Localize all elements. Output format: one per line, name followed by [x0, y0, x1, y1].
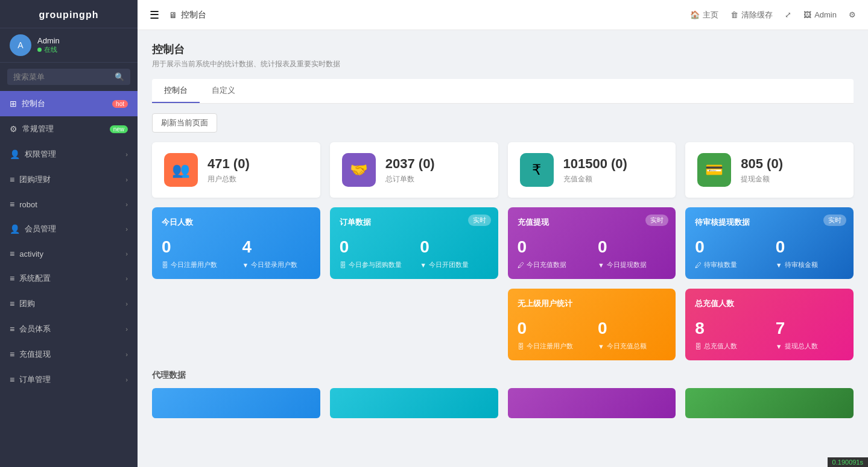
panel-title: 充值提现	[518, 217, 667, 228]
total-recharge-desc: 🗄 总充值人数	[695, 342, 763, 351]
withdraw-data-icon: ▼	[598, 262, 604, 269]
panel-title: 总充值人数	[695, 298, 844, 309]
search-input[interactable]	[13, 72, 111, 81]
search-icon: 🔍	[115, 72, 124, 81]
sidebar-item-groupbuy[interactable]: ≡ 团购 ›	[0, 291, 138, 316]
sidebar-item-sysconfig[interactable]: ≡ 系统配置 ›	[0, 266, 138, 291]
sidebar-item-robot[interactable]: ≡ robot ›	[0, 192, 138, 216]
sidebar-item-label: 常规管理	[22, 124, 54, 134]
sidebar-item-label: 充值提现	[19, 349, 51, 360]
sysconfig-icon: ≡	[10, 274, 14, 283]
refresh-button[interactable]: 刷新当前页面	[152, 113, 217, 133]
stat-card-withdraw: 💳 805 (0) 提现金额	[685, 142, 854, 198]
chevron-right-icon: ›	[125, 151, 128, 158]
panel-order-data: 订单数据 实时 0 🗄 今日参与团购数量 0 ▼ 今日开团数	[330, 207, 498, 279]
clear-cache-label: 清除缓存	[741, 10, 773, 20]
stat-cards-row: 👥 471 (0) 用户总数 🤝 2037 (0) 总订单数 ₹ 101500 …	[152, 142, 854, 198]
menu-toggle-button[interactable]: ☰	[150, 8, 159, 22]
open-num: 0	[420, 237, 488, 257]
sidebar-item-groupbuy-finance[interactable]: ≡ 团购理财 ›	[0, 167, 138, 192]
home-icon: 🏠	[690, 10, 700, 19]
sidebar-item-permission[interactable]: 👤 权限管理 ›	[0, 142, 138, 167]
panel-title: 无上级用户统计	[518, 298, 667, 309]
sidebar-item-orders[interactable]: ≡ 订单管理 ›	[0, 367, 138, 392]
orders-icon: 🤝	[342, 153, 376, 187]
chevron-right-icon: ›	[125, 176, 128, 183]
panel-value-withdraw-data: 0 ▼ 今日提现数据	[598, 237, 666, 269]
agent-bar-1	[152, 388, 320, 418]
panel-value-registered: 0 🗄 今日注册用户数	[162, 237, 230, 269]
panel-no-superior: 无上级用户统计 0 🗄 今日注册用户数 0 ▼ 今日充值总额	[508, 289, 676, 360]
pending-amount-num: 0	[776, 237, 844, 257]
tab-bar: 控制台 自定义	[152, 79, 854, 104]
no-sup-reg-num: 0	[518, 319, 586, 338]
tab-custom[interactable]: 自定义	[200, 79, 247, 103]
settings-button[interactable]: ⚙	[849, 10, 856, 19]
open-desc: ▼ 今日开团数量	[420, 260, 488, 269]
no-sup-reg-icon: 🗄	[518, 343, 524, 350]
withdraw-data-desc: ▼ 今日提现数据	[598, 260, 666, 269]
realtime-badge: 实时	[823, 215, 846, 226]
withdraw-label: 提现金额	[741, 174, 783, 184]
user-status: 在线	[37, 45, 60, 54]
sidebar-item-recharge[interactable]: ≡ 充值提现 ›	[0, 342, 138, 367]
chevron-right-icon: ›	[125, 376, 128, 383]
users-value: 471 (0)	[207, 156, 250, 172]
sidebar-item-label: 团购	[19, 298, 35, 309]
withdraw-value: 805 (0)	[741, 156, 783, 172]
panel-value-pending-count: 0 🖊 待审核数量	[695, 237, 763, 269]
fullscreen-icon: ⤢	[785, 10, 791, 19]
sidebar-item-member-system[interactable]: ≡ 会员体系 ›	[0, 316, 138, 342]
member-icon: 👤	[10, 224, 20, 234]
avatar: A	[10, 34, 31, 56]
topbar-page-title: 控制台	[181, 10, 206, 20]
page-title: 控制台	[152, 42, 854, 57]
member-system-icon: ≡	[10, 324, 14, 334]
panel-recharge-withdraw: 充值提现 实时 0 🖊 今日充值数据 0 ▼ 今日提现数据	[508, 207, 676, 279]
panel-value-recharge-data: 0 🖊 今日充值数据	[518, 237, 586, 269]
registered-icon: 🗄	[162, 262, 168, 269]
join-desc: 🗄 今日参与团购数量	[340, 260, 408, 269]
withdraw-icon: 💳	[697, 153, 731, 187]
tab-dashboard[interactable]: 控制台	[152, 79, 200, 103]
total-withdraw-num: 7	[776, 319, 844, 338]
total-recharge-num: 8	[695, 319, 763, 338]
panel-title: 待审核提现数据	[695, 217, 844, 228]
orders-label: 总订单数	[385, 174, 435, 184]
fullscreen-button[interactable]: ⤢	[785, 10, 791, 19]
recharge-icon: ₹	[520, 153, 554, 187]
chevron-right-icon: ›	[125, 325, 128, 333]
join-icon: 🗄	[340, 262, 346, 269]
sidebar-item-dashboard[interactable]: ⊞ 控制台 hot	[0, 91, 138, 116]
sidebar-item-activity[interactable]: ≡ activity ›	[0, 242, 138, 266]
clear-cache-button[interactable]: 🗑 清除缓存	[730, 10, 773, 20]
agent-bottom-bars	[152, 388, 854, 418]
home-button[interactable]: 🏠 主页	[690, 10, 718, 20]
new-badge: new	[110, 125, 128, 133]
panel-title: 订单数据	[340, 217, 489, 228]
login-num: 4	[242, 237, 310, 257]
realtime-badge: 实时	[468, 215, 491, 226]
panel-value-open: 0 ▼ 今日开团数量	[420, 237, 488, 269]
admin-label: Admin	[814, 10, 837, 19]
sidebar-item-label: robot	[19, 200, 37, 209]
agent-bar-3	[508, 388, 676, 418]
admin-menu[interactable]: 🖼 Admin	[803, 10, 837, 19]
dashboard-panels-row1: 今日人数 0 🗄 今日注册用户数 4 ▼ 今日登录用户数	[152, 207, 854, 279]
panel-pending-withdraw: 待审核提现数据 实时 0 🖊 待审核数量 0 ▼ 待审核金额	[685, 207, 854, 279]
topbar-page-icon: 🖥	[169, 10, 177, 20]
groupbuy-icon: ≡	[10, 299, 14, 309]
sidebar: groupingph A Admin 在线 🔍 ⊞ 控制台 hot ⚙ 常规管理	[0, 0, 138, 467]
permission-icon: 👤	[10, 149, 20, 159]
no-sup-reg-desc: 🗄 今日注册用户数	[518, 342, 586, 351]
total-recharge-icon: 🗄	[695, 343, 702, 350]
trash-icon: 🗑	[730, 10, 738, 19]
timer-badge: 0.190091s	[828, 457, 868, 467]
sidebar-item-member[interactable]: 👤 会员管理 ›	[0, 216, 138, 242]
chevron-right-icon: ›	[125, 225, 128, 233]
chevron-right-icon: ›	[125, 351, 128, 358]
panel-title: 今日人数	[162, 217, 311, 228]
hot-badge: hot	[112, 100, 128, 108]
search-box[interactable]: 🔍	[7, 69, 130, 85]
sidebar-item-general[interactable]: ⚙ 常规管理 new	[0, 116, 138, 142]
